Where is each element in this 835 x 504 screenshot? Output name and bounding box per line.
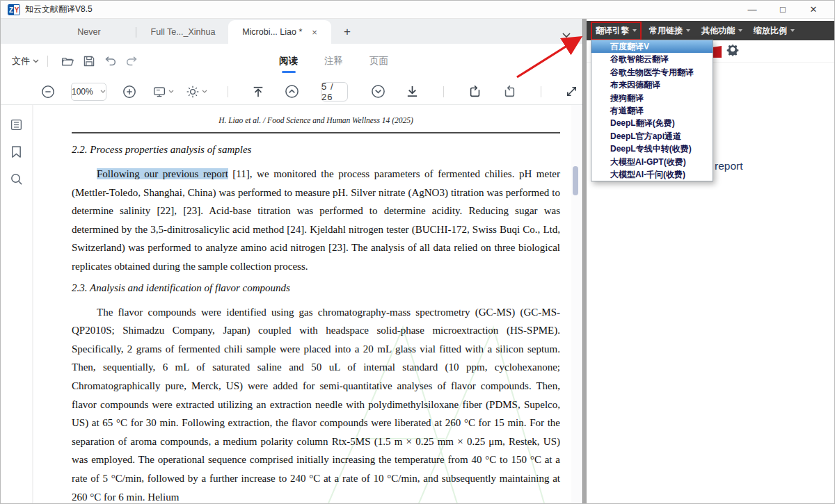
translation-engine-dropdown: 百度翻译V 谷歌智能云翻译 谷歌生物医学专用翻译 布来因德翻译 搜狗翻译 有道翻… [591, 40, 713, 181]
tab-never[interactable]: Never [44, 20, 134, 44]
chevron-down-icon [33, 59, 39, 63]
vertical-scrollbar-thumb[interactable] [573, 166, 578, 195]
main-toolbar: 文件 阅读 注释 页面 [1, 44, 582, 79]
window-title: 知云文献翻译V8.5 [25, 3, 93, 15]
menu-caret-icon [738, 29, 742, 32]
engine-option-google-cloud[interactable]: 谷歌智能云翻译 [591, 53, 713, 65]
search-panel-button[interactable] [8, 170, 25, 188]
arrow-to-top-icon [252, 86, 264, 98]
tab-annotate[interactable]: 注释 [323, 52, 344, 70]
engine-option-sogou[interactable]: 搜狗翻译 [591, 92, 713, 104]
redo-button[interactable] [121, 54, 143, 70]
engine-option-baidu[interactable]: 百度翻译V [591, 40, 713, 53]
zoom-out-icon [41, 85, 55, 99]
chevron-down-icon [168, 90, 174, 93]
translation-partial-text: report [715, 160, 743, 172]
bookmarks-panel-button[interactable] [8, 143, 24, 161]
menu-other-functions[interactable]: 其他功能 [698, 23, 746, 39]
zoom-level-select[interactable]: 100% [71, 83, 106, 101]
tab-pages[interactable]: 页面 [368, 52, 390, 70]
rotate-left-icon [468, 85, 482, 99]
settings-button[interactable] [726, 42, 740, 56]
download-button[interactable] [401, 83, 423, 100]
menu-zoom-ratio[interactable]: 缩放比例 [750, 23, 798, 39]
tab-fullte-xinhua[interactable]: Full Te..._Xinhua [138, 20, 228, 44]
engine-option-deepl-relay[interactable]: DeepL专线中转(收费) [591, 143, 713, 155]
left-sidebar [1, 105, 33, 504]
engine-option-youdao[interactable]: 有道翻译 [591, 104, 713, 117]
zoom-out-button[interactable] [37, 83, 59, 101]
new-tab-button[interactable]: + [344, 25, 351, 39]
menu-translation-engine[interactable]: 翻译引擎 [591, 22, 642, 40]
download-icon [406, 85, 419, 98]
page-display-mode-button[interactable] [152, 86, 174, 98]
brightness-button[interactable] [186, 85, 207, 99]
pdf-running-header: H. Liao et al. / Food Science and Human … [72, 116, 560, 124]
pdf-header-rule [72, 132, 560, 133]
page-controls-toolbar: 100% 5 / 26 [1, 79, 582, 105]
expand-icon [565, 85, 578, 98]
rotate-left-button[interactable] [464, 83, 486, 101]
menu-common-links[interactable]: 常用链接 [646, 23, 694, 39]
window-controls: — □ ✕ [737, 4, 829, 15]
title-bar: ZY 知云文献翻译V8.5 — □ ✕ [1, 1, 835, 19]
save-button[interactable] [79, 53, 100, 70]
bookmark-icon [10, 145, 22, 158]
menu-caret-icon [633, 29, 637, 32]
open-folder-button[interactable] [56, 53, 79, 70]
engine-option-deepl-api[interactable]: DeepL官方api通道 [591, 130, 713, 143]
maximize-button[interactable]: □ [768, 4, 798, 15]
rotate-right-button[interactable] [498, 83, 520, 101]
tab-close-icon[interactable]: × [312, 27, 317, 38]
tab-microbi-liao-active[interactable]: Microbi... Liao * × [228, 20, 331, 44]
menu-caret-icon [790, 29, 795, 32]
fullscreen-button[interactable] [561, 83, 582, 100]
zoom-in-icon [122, 85, 136, 99]
pdf-text-content: H. Liao et al. / Food Science and Human … [72, 113, 560, 504]
rotate-right-icon [502, 85, 516, 99]
pdf-page: H. Liao et al. / Food Science and Human … [34, 105, 571, 504]
app-window: ZY 知云文献翻译V8.5 — □ ✕ Never Full Te..._Xin… [0, 0, 835, 504]
circle-chevron-up-icon [285, 84, 299, 99]
engine-option-google-biomed[interactable]: 谷歌生物医学专用翻译 [591, 66, 713, 79]
save-icon [83, 55, 95, 67]
gear-icon [726, 42, 740, 56]
folder-open-icon [61, 55, 74, 67]
minimize-button[interactable]: — [737, 4, 768, 15]
file-menu-button[interactable]: 文件 [12, 55, 39, 67]
close-button[interactable]: ✕ [798, 4, 829, 15]
chevron-down-icon [100, 90, 106, 93]
tab-list-chevron-down-icon[interactable] [562, 32, 571, 38]
toolbar-divider [47, 56, 48, 67]
pdf-paragraph-2: The flavor compounds were identified usi… [72, 303, 560, 504]
redo-icon [125, 56, 138, 67]
translation-menu-bar: 翻译引擎 常用链接 其他功能 缩放比例 [587, 21, 835, 40]
next-page-button[interactable] [367, 82, 390, 101]
highlighted-text[interactable]: Following our previous report [97, 168, 228, 179]
pdf-viewer: H. Liao et al. / Food Science and Human … [33, 105, 582, 504]
pdf-section-2-2-heading: 2.2. Process properties analysis of samp… [72, 144, 560, 156]
engine-option-deepl-free[interactable]: DeepL翻译(免费) [591, 117, 713, 129]
previous-page-button[interactable] [280, 82, 303, 101]
engine-option-ai-gpt[interactable]: 大模型AI-GPT(收费) [591, 156, 713, 168]
view-mode-tabs: 阅读 注释 页面 [278, 44, 390, 79]
pdf-section-2-3-heading: 2.3. Analysis and identification of flav… [72, 282, 560, 294]
undo-button[interactable] [100, 54, 121, 70]
app-logo-icon: ZY [8, 4, 20, 15]
document-tab-bar: Never Full Te..._Xinhua Microbi... Liao … [1, 19, 582, 44]
page-number-input[interactable]: 5 / 26 [321, 82, 348, 101]
tab-read[interactable]: 阅读 [278, 52, 299, 70]
brightness-sun-icon [186, 85, 200, 99]
pdf-paragraph-1: Following our previous report [11], we m… [72, 165, 560, 276]
thumbnails-panel-button[interactable] [8, 116, 25, 133]
monitor-icon [152, 86, 166, 98]
go-to-top-button[interactable] [248, 83, 269, 100]
circle-chevron-down-icon [371, 84, 385, 99]
engine-option-blind[interactable]: 布来因德翻译 [591, 79, 713, 91]
chevron-down-icon [202, 90, 207, 93]
zoom-in-button[interactable] [118, 83, 141, 101]
thumbnail-list-icon [10, 118, 23, 131]
menu-caret-icon [686, 29, 690, 32]
tab-separator [136, 27, 136, 38]
engine-option-ai-qianwen[interactable]: 大模型AI-千问(收费) [591, 168, 713, 181]
